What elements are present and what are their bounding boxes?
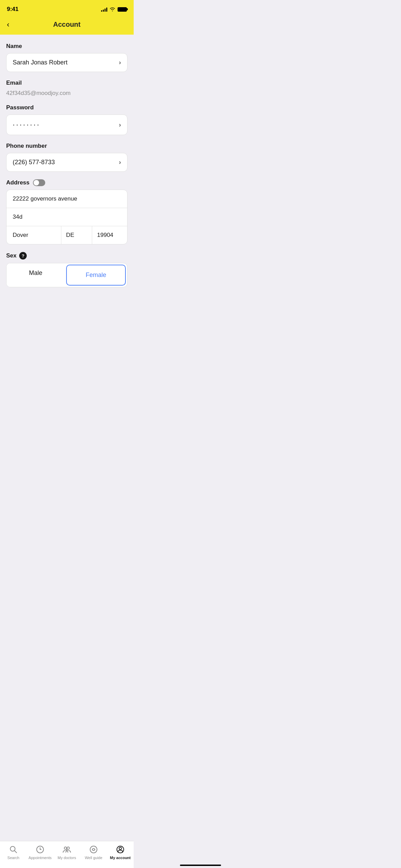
- address-box: 22222 governors avenue 34d Dover DE 1990…: [6, 190, 127, 244]
- address-toggle[interactable]: [33, 179, 45, 186]
- back-button[interactable]: ‹: [7, 20, 9, 29]
- sex-female-option[interactable]: Female: [66, 265, 126, 286]
- content: Name Sarah Jonas Robert › Email 42f34d35…: [0, 35, 134, 337]
- address-label: Address: [6, 179, 29, 186]
- header: ‹ Account: [0, 17, 134, 35]
- address-state[interactable]: DE: [61, 226, 92, 244]
- name-label: Name: [6, 43, 127, 50]
- name-row[interactable]: Sarah Jonas Robert ›: [6, 53, 127, 72]
- phone-arrow-icon: ›: [119, 159, 121, 166]
- sex-toggle[interactable]: Male Female: [6, 263, 127, 287]
- wifi-icon: [109, 7, 116, 12]
- sex-label-row: Sex ?: [6, 252, 127, 260]
- address-line2[interactable]: 34d: [7, 208, 127, 226]
- address-line1[interactable]: 22222 governors avenue: [7, 190, 127, 208]
- status-icons: [101, 7, 127, 12]
- battery-icon: [118, 7, 127, 12]
- phone-row[interactable]: (226) 577-8733 ›: [6, 153, 127, 172]
- signal-icon: [101, 7, 107, 12]
- sex-label: Sex: [6, 252, 16, 259]
- password-label: Password: [6, 104, 127, 111]
- status-bar: 9:41: [0, 0, 134, 17]
- password-row[interactable]: ········ ›: [6, 114, 127, 135]
- address-bottom-row: Dover DE 19904: [7, 226, 127, 244]
- email-value: 42f34d35@moodjoy.com: [6, 90, 127, 97]
- password-arrow-icon: ›: [119, 121, 121, 129]
- sex-male-option[interactable]: Male: [7, 263, 65, 287]
- status-time: 9:41: [7, 6, 19, 13]
- name-arrow-icon: ›: [119, 59, 121, 66]
- address-city[interactable]: Dover: [7, 226, 61, 244]
- phone-label: Phone number: [6, 143, 127, 149]
- address-zip[interactable]: 19904: [92, 226, 127, 244]
- email-label: Email: [6, 80, 127, 86]
- password-value: ········: [13, 120, 40, 129]
- address-label-row: Address: [6, 179, 127, 186]
- sex-help-icon[interactable]: ?: [19, 252, 27, 260]
- page-title: Account: [53, 21, 81, 28]
- name-value: Sarah Jonas Robert: [13, 59, 68, 66]
- phone-value: (226) 577-8733: [13, 159, 55, 166]
